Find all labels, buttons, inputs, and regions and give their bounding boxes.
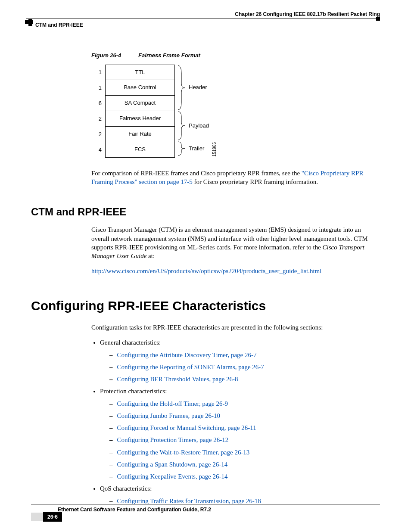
list-label: QoS characteristics: [100,485,152,492]
frame-field: Base Control [105,80,175,96]
octet-count: 1 [91,80,105,96]
heading-ctm: CTM and RPR-IEEE [31,205,380,219]
figure-id: 151966 [212,142,218,156]
page-footer: Ethernet Card Software Feature and Confi… [31,504,380,513]
link-forced-manual-switching[interactable]: Configuring Forced or Manual Switching, … [117,424,256,431]
heading-configuring-characteristics: Configuring RPR-IEEE Characteristics [31,297,380,315]
link-jumbo-frames[interactable]: Configuring Jumbo Frames, page 26-10 [117,412,221,419]
footer-title: Ethernet Card Software Feature and Confi… [58,506,380,513]
link-protection-timers[interactable]: Configuring Protection Timers, page 26-1… [117,436,229,443]
page-number: 26-6 [43,512,62,522]
link-wait-to-restore[interactable]: Configuring the Wait-to-Restore Timer, p… [117,449,250,456]
characteristics-list: General characteristics: Configuring the… [91,338,380,505]
octet-count: 2 [91,111,105,127]
link-holdoff-timer[interactable]: Configuring the Hold-off Timer, page 26-… [117,400,228,407]
link-sonet-alarms[interactable]: Configuring the Reporting of SONET Alarm… [117,364,264,370]
octet-count: 4 [91,142,105,158]
link-user-guide-url[interactable]: http://www.cisco.com/en/US/products/sw/o… [91,268,321,274]
octet-count: 2 [91,127,105,142]
page-number-badge: 26-6 [31,512,62,522]
frame-field: TTL [105,65,175,80]
section-header: CTM and RPR-IEEE [35,22,83,28]
list-label: General characteristics: [100,339,161,346]
chapter-header: Chapter 26 Configuring IEEE 802.17b Resi… [235,11,380,18]
figure-caption: Figure 26-4 Fairness Frame Format [91,52,380,59]
brace-label-payload: Payload [189,122,209,130]
frame-field: SA Compact [105,95,175,111]
frame-field: Fair Rate [105,126,175,142]
frame-field: FCS [105,142,175,158]
section-marker-icon [28,19,32,26]
paragraph: For comparison of RPR-IEEE frames and Ci… [91,169,380,187]
figure-26-4: Figure 26-4 Fairness Frame Format 1 TTL … [91,52,380,158]
brace-label-header: Header [189,84,207,91]
figure-number: Figure 26-4 [91,52,121,59]
octet-count: 6 [91,96,105,111]
link-keepalive-events[interactable]: Configuring Keepalive Events, page 26-14 [117,473,228,480]
paragraph: Configuration tasks for RPR-IEEE charact… [91,323,380,332]
frame-field: Fairness Header [105,111,175,127]
link-ber-threshold[interactable]: Configuring BER Threshold Values, page 2… [117,376,238,383]
list-label: Protection characteristics: [100,388,167,395]
paragraph: Cisco Transport Manager (CTM) is an elem… [91,225,380,260]
figure-title: Fairness Frame Format [138,52,200,59]
header-rule [26,19,380,19]
brace-label-trailer: Trailer [189,145,204,152]
brace-icon [177,65,185,111]
brace-icon [177,141,185,156]
link-span-shutdown[interactable]: Configuring a Span Shutdown, page 26-14 [117,461,228,468]
brace-icon [177,111,185,141]
frame-format-table: 1 TTL 1 Base Control 6 SA Compact 2 Fair… [91,65,175,158]
link-attr-discovery-timer[interactable]: Configuring the Attribute Discovery Time… [117,352,257,358]
octet-count: 1 [91,65,105,80]
link-traffic-rates[interactable]: Configuring Traffic Rates for Transmissi… [117,498,261,504]
